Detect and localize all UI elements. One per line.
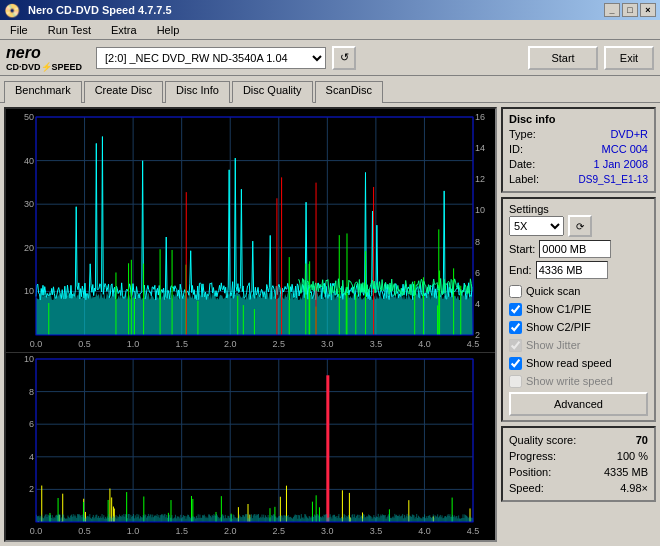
refresh-button[interactable]: ↺ — [332, 46, 356, 70]
charts-panel — [4, 107, 497, 542]
disc-date-row: Date: 1 Jan 2008 — [509, 157, 648, 172]
minimize-button[interactable]: _ — [604, 3, 620, 17]
show-read-speed-label: Show read speed — [526, 354, 612, 372]
progress-row: Progress: 100 % — [509, 448, 648, 464]
show-read-speed-row: Show read speed — [509, 354, 648, 372]
main-content: Disc info Type: DVD+R ID: MCC 004 Date: … — [0, 102, 660, 546]
start-button[interactable]: Start — [528, 46, 598, 70]
label-value: DS9_S1_E1-13 — [579, 172, 649, 187]
disc-label-row: Label: DS9_S1_E1-13 — [509, 172, 648, 187]
date-value: 1 Jan 2008 — [594, 157, 648, 172]
show-read-speed-checkbox[interactable] — [509, 357, 522, 370]
chart-lower — [6, 353, 495, 540]
speed-select[interactable]: 5X Maximum 4X 8X 12X 16X — [509, 216, 564, 236]
speed-label: Speed: — [509, 480, 544, 496]
advanced-button[interactable]: Advanced — [509, 392, 648, 416]
tab-benchmark[interactable]: Benchmark — [4, 81, 82, 103]
maximize-button[interactable]: □ — [622, 3, 638, 17]
id-label: ID: — [509, 142, 523, 157]
tab-disc-info[interactable]: Disc Info — [165, 81, 230, 103]
end-row: End: — [509, 261, 648, 279]
settings-title: Settings — [509, 203, 648, 215]
show-c2pif-checkbox[interactable] — [509, 321, 522, 334]
show-jitter-checkbox — [509, 339, 522, 352]
menu-runtest[interactable]: Run Test — [42, 22, 97, 38]
menu-file[interactable]: File — [4, 22, 34, 38]
end-label: End: — [509, 264, 532, 276]
exit-button[interactable]: Exit — [604, 46, 654, 70]
show-write-speed-checkbox — [509, 375, 522, 388]
quality-score-label: Quality score: — [509, 432, 576, 448]
show-c1pie-row: Show C1/PIE — [509, 300, 648, 318]
speed-row: 5X Maximum 4X 8X 12X 16X ⟳ — [509, 215, 648, 237]
show-c1pie-label: Show C1/PIE — [526, 300, 591, 318]
toolbar: nero CD·DVD⚡SPEED [2:0] _NEC DVD_RW ND-3… — [0, 40, 660, 76]
tab-disc-quality[interactable]: Disc Quality — [232, 81, 313, 103]
menu-extra[interactable]: Extra — [105, 22, 143, 38]
quality-score-value: 70 — [636, 432, 648, 448]
titlebar-buttons[interactable]: _ □ × — [604, 3, 656, 17]
end-input[interactable] — [536, 261, 608, 279]
menu-help[interactable]: Help — [151, 22, 186, 38]
show-write-speed-row: Show write speed — [509, 372, 648, 390]
menu-bar: File Run Test Extra Help — [0, 20, 660, 40]
start-row: Start: — [509, 240, 648, 258]
progress-label: Progress: — [509, 448, 556, 464]
position-label: Position: — [509, 464, 551, 480]
type-label: Type: — [509, 127, 536, 142]
show-c2pif-label: Show C2/PIF — [526, 318, 591, 336]
quality-score-row: Quality score: 70 — [509, 432, 648, 448]
disc-type-row: Type: DVD+R — [509, 127, 648, 142]
show-c2pif-row: Show C2/PIF — [509, 318, 648, 336]
tab-create-disc[interactable]: Create Disc — [84, 81, 163, 103]
chart-upper — [6, 109, 495, 353]
show-jitter-label: Show Jitter — [526, 336, 580, 354]
quick-scan-label: Quick scan — [526, 282, 580, 300]
settings-refresh-button[interactable]: ⟳ — [568, 215, 592, 237]
show-write-speed-label: Show write speed — [526, 372, 613, 390]
right-panel: Disc info Type: DVD+R ID: MCC 004 Date: … — [501, 107, 656, 542]
settings-box: Settings 5X Maximum 4X 8X 12X 16X ⟳ Star… — [501, 197, 656, 422]
tab-scandisc[interactable]: ScanDisc — [315, 81, 383, 103]
quick-scan-row: Quick scan — [509, 282, 648, 300]
speed-value: 4.98× — [620, 480, 648, 496]
nero-logo: nero CD·DVD⚡SPEED — [6, 44, 82, 72]
quick-scan-checkbox[interactable] — [509, 285, 522, 298]
show-c1pie-checkbox[interactable] — [509, 303, 522, 316]
drive-select[interactable]: [2:0] _NEC DVD_RW ND-3540A 1.04 — [96, 47, 326, 69]
position-row: Position: 4335 MB — [509, 464, 648, 480]
date-label: Date: — [509, 157, 535, 172]
close-button[interactable]: × — [640, 3, 656, 17]
tabs-bar: Benchmark Create Disc Disc Info Disc Qua… — [0, 76, 660, 102]
start-input[interactable] — [539, 240, 611, 258]
position-value: 4335 MB — [604, 464, 648, 480]
window-title: Nero CD-DVD Speed 4.7.7.5 — [28, 4, 172, 16]
title-bar: 📀 Nero CD-DVD Speed 4.7.7.5 _ □ × — [0, 0, 660, 20]
disc-info-box: Disc info Type: DVD+R ID: MCC 004 Date: … — [501, 107, 656, 193]
type-value: DVD+R — [610, 127, 648, 142]
show-jitter-row: Show Jitter — [509, 336, 648, 354]
label-label: Label: — [509, 172, 539, 187]
quality-score-box: Quality score: 70 Progress: 100 % Positi… — [501, 426, 656, 502]
progress-value: 100 % — [617, 448, 648, 464]
id-value: MCC 004 — [602, 142, 648, 157]
speed-row: Speed: 4.98× — [509, 480, 648, 496]
disc-id-row: ID: MCC 004 — [509, 142, 648, 157]
start-label: Start: — [509, 243, 535, 255]
disc-info-title: Disc info — [509, 113, 648, 125]
